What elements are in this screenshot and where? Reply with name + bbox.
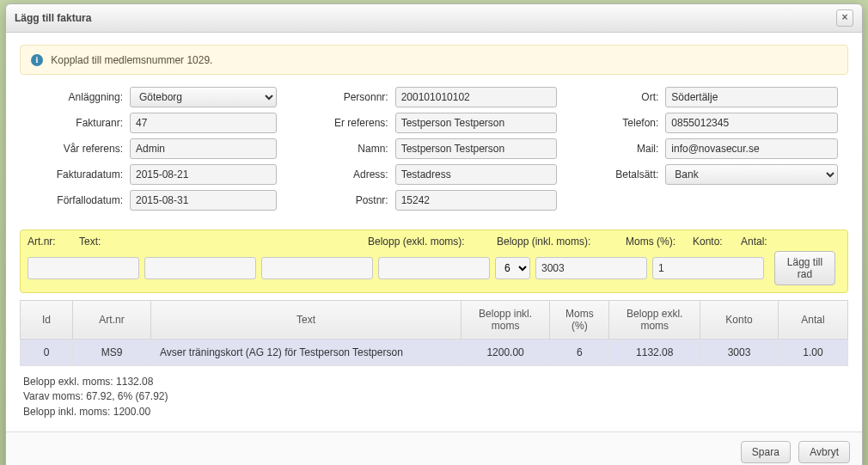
anlaggning-select[interactable]: Göteborg xyxy=(130,87,277,107)
form-col-1: Anläggning: Göteborg Fakturanr: Vår refe… xyxy=(30,87,277,216)
label-var-ref: Vår referens: xyxy=(30,143,123,155)
namn-input[interactable] xyxy=(395,138,558,159)
er-ref-input[interactable] xyxy=(395,113,558,133)
col-antal: Antal xyxy=(779,300,848,339)
form-grid: Anläggning: Göteborg Fakturanr: Vår refe… xyxy=(20,87,848,224)
label-forfallodatum: Förfallodatum: xyxy=(30,194,123,206)
cell-konto: 3003 xyxy=(700,339,779,365)
form-col-3: Ort: Telefon: Mail: Betalsätt: Bank xyxy=(591,87,838,216)
save-button[interactable]: Spara xyxy=(741,441,791,463)
addrow-konto-input[interactable] xyxy=(535,257,647,279)
h-antal: Antal: xyxy=(741,236,784,248)
info-icon: i xyxy=(31,54,43,66)
dialog-body: i Kopplad till medlemsnummer 1029. Anläg… xyxy=(6,33,862,431)
h-moms: Moms (%): xyxy=(626,236,693,248)
col-artnr: Art.nr xyxy=(73,300,151,339)
summary-incl: Belopp inkl. moms: 1200.00 xyxy=(23,405,845,419)
form-col-2: Personnr: Er referens: Namn: Adress: Pos… xyxy=(311,87,558,216)
col-id: Id xyxy=(21,300,73,339)
addrow-antal-input[interactable] xyxy=(652,257,764,279)
betalsatt-select[interactable]: Bank xyxy=(665,164,838,185)
lines-table: Id Art.nr Text Belopp inkl. moms Moms (%… xyxy=(20,300,848,366)
label-postnr: Postnr: xyxy=(311,194,388,206)
summary: Belopp exkl. moms: 1132.08 Varav moms: 6… xyxy=(20,366,848,423)
addrow-text-input[interactable] xyxy=(144,257,256,279)
invoice-dialog: Lägg till faktura × i Kopplad till medle… xyxy=(5,3,863,465)
table-header-row: Id Art.nr Text Belopp inkl. moms Moms (%… xyxy=(21,300,848,339)
addrow-bar: Art.nr: Text: Belopp (exkl. moms): Belop… xyxy=(20,229,848,293)
addrow-moms-select[interactable]: 6 xyxy=(495,257,530,279)
ort-input[interactable] xyxy=(665,87,838,107)
forfallodatum-input[interactable] xyxy=(130,190,277,211)
label-mail: Mail: xyxy=(591,143,658,155)
cell-moms: 6 xyxy=(550,339,609,365)
label-namn: Namn: xyxy=(311,143,388,155)
cell-artnr: MS9 xyxy=(73,339,151,365)
h-bex: Belopp (exkl. moms): xyxy=(368,236,497,248)
label-ort: Ort: xyxy=(591,91,658,103)
fakturanr-input[interactable] xyxy=(130,113,277,133)
h-bin: Belopp (inkl. moms): xyxy=(497,236,626,248)
label-fakturanr: Fakturanr: xyxy=(30,117,123,129)
addrow-belopp-inkl-input[interactable] xyxy=(378,257,490,279)
col-text: Text xyxy=(151,300,462,339)
addrow-inputs: 6 Lägg till rad xyxy=(28,251,840,285)
cell-belopp-exkl: 1132.08 xyxy=(609,339,700,365)
postnr-input[interactable] xyxy=(395,190,558,211)
dialog-title: Lägg till faktura xyxy=(15,12,91,24)
info-message: Kopplad till medlemsnummer 1029. xyxy=(51,54,212,66)
dialog-buttons: Spara Avbryt xyxy=(6,431,862,465)
cell-belopp-inkl: 1200.00 xyxy=(462,339,550,365)
dialog-titlebar[interactable]: Lägg till faktura × xyxy=(6,4,862,33)
col-belopp-exkl: Belopp exkl. moms xyxy=(609,300,700,339)
info-banner: i Kopplad till medlemsnummer 1029. xyxy=(20,45,848,75)
col-moms: Moms (%) xyxy=(550,300,609,339)
personnr-input[interactable] xyxy=(395,87,558,107)
table-row[interactable]: 0 MS9 Avser träningskort (AG 12) för Tes… xyxy=(21,339,848,365)
var-ref-input[interactable] xyxy=(130,138,277,159)
h-artnr: Art.nr: xyxy=(28,236,79,248)
label-betalsatt: Betalsätt: xyxy=(591,168,658,180)
add-row-button[interactable]: Lägg till rad xyxy=(774,251,835,285)
summary-vat: Varav moms: 67.92, 6% (67.92) xyxy=(23,389,845,404)
close-icon[interactable]: × xyxy=(836,9,853,27)
cell-id: 0 xyxy=(21,339,73,365)
adress-input[interactable] xyxy=(395,164,558,185)
col-konto: Konto xyxy=(700,300,779,339)
summary-excl: Belopp exkl. moms: 1132.08 xyxy=(23,375,845,389)
addrow-head: Art.nr: Text: Belopp (exkl. moms): Belop… xyxy=(28,236,840,251)
label-er-ref: Er referens: xyxy=(311,117,388,129)
label-fakturadatum: Fakturadatum: xyxy=(30,168,123,180)
h-text: Text: xyxy=(79,236,368,248)
label-telefon: Telefon: xyxy=(591,117,658,129)
label-anlaggning: Anläggning: xyxy=(30,91,123,103)
addrow-artnr-input[interactable] xyxy=(28,257,139,279)
cancel-button[interactable]: Avbryt xyxy=(798,441,850,463)
fakturadatum-input[interactable] xyxy=(130,164,277,185)
label-adress: Adress: xyxy=(311,168,388,180)
col-belopp-inkl: Belopp inkl. moms xyxy=(462,300,550,339)
h-konto: Konto: xyxy=(693,236,741,248)
mail-input[interactable] xyxy=(665,138,838,159)
label-personnr: Personnr: xyxy=(311,91,388,103)
cell-antal: 1.00 xyxy=(779,339,848,365)
addrow-belopp-exkl-input[interactable] xyxy=(261,257,373,279)
cell-text: Avser träningskort (AG 12) för Testperso… xyxy=(151,339,462,365)
telefon-input[interactable] xyxy=(665,113,838,133)
